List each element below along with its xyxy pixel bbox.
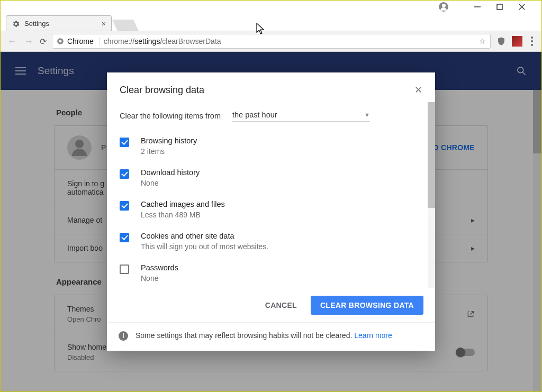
browser-toolbar: ← → ⟳ Chrome chrome://settings/clearBrow… [1,31,541,52]
extension-icon[interactable] [512,36,522,47]
checkbox-download-history[interactable] [120,169,129,179]
item-cookies: Cookies and other site dataThis will sig… [120,226,420,258]
back-button[interactable]: ← [6,36,17,47]
tab-settings[interactable]: Settings × [6,15,112,31]
info-icon: i [119,331,128,341]
bookmark-star-icon[interactable]: ☆ [479,37,486,45]
reload-button[interactable]: ⟳ [40,37,47,47]
address-bar[interactable]: Chrome chrome://settings/clearBrowserDat… [52,34,491,49]
chrome-icon [57,38,64,45]
item-cached-images: Cached images and filesLess than 489 MB [120,195,420,226]
dialog-body: Clear the following items from the past … [107,102,435,288]
window-maximize-button[interactable] [496,3,503,11]
time-range-row: Clear the following items from the past … [120,110,420,122]
dialog-scrollbar[interactable] [428,102,435,288]
item-download-history: Download historyNone [120,163,420,195]
site-info-chip[interactable]: Chrome [57,37,100,45]
checkbox-cookies[interactable] [120,233,129,242]
url-text: chrome://settings/clearBrowserData [104,37,221,45]
cancel-button[interactable]: CANCEL [262,296,300,315]
checkbox-passwords[interactable] [120,265,129,274]
item-browsing-history: Browsing history2 items [120,131,420,163]
svg-point-5 [59,40,62,43]
clear-browsing-data-dialog: Clear browsing data ✕ Clear the followin… [107,72,435,351]
window-close-button[interactable] [518,3,526,11]
gear-icon [12,20,20,28]
dialog-scrollbar-thumb[interactable] [428,102,435,208]
window-titlebar [1,1,541,13]
new-tab-button[interactable] [112,20,139,31]
time-range-select[interactable]: the past hour ▼ [232,110,370,122]
learn-more-link[interactable]: Learn more [354,331,392,340]
tab-close-button[interactable]: × [102,20,106,28]
chevron-down-icon: ▼ [364,112,370,118]
dialog-actions: CANCEL CLEAR BROWSING DATA [107,288,435,322]
forward-button[interactable]: → [23,36,34,47]
svg-rect-1 [497,4,502,10]
window-minimize-button[interactable] [474,3,481,11]
dialog-close-button[interactable]: ✕ [414,84,422,96]
tab-strip: Settings × [6,13,541,31]
tab-title: Settings [24,20,49,28]
item-passwords: PasswordsNone [120,258,420,288]
checkbox-cached-images[interactable] [120,201,129,211]
checkbox-browsing-history[interactable] [120,138,129,147]
dialog-footer: i Some settings that may reflect browsin… [107,322,435,351]
ublock-icon[interactable] [496,36,507,47]
clear-data-button[interactable]: CLEAR BROWSING DATA [311,296,423,315]
dialog-header: Clear browsing data ✕ [107,72,435,102]
dialog-title: Clear browsing data [120,85,204,96]
browser-menu-button[interactable] [528,37,536,46]
time-range-label: Clear the following items from [120,112,221,120]
profile-icon[interactable] [439,2,448,12]
